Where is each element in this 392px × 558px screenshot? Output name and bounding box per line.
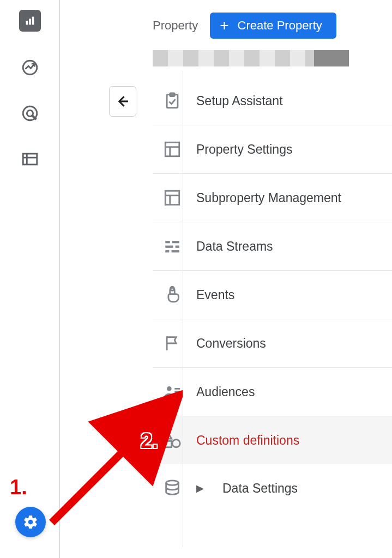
svg-rect-16: [165, 191, 179, 205]
svg-rect-6: [23, 154, 37, 165]
menu-label: Data Streams: [196, 239, 382, 254]
menu-setup-assistant[interactable]: Setup Assistant: [153, 77, 392, 125]
admin-gear-button[interactable]: [15, 507, 46, 537]
create-property-label: Create Property: [238, 19, 322, 33]
property-panel: Property + Create Property Setup Assista…: [60, 0, 392, 558]
menu-events[interactable]: Events: [153, 271, 392, 319]
property-menu: Setup Assistant Property Settings Subpro…: [153, 76, 392, 512]
explore-icon[interactable]: [20, 58, 40, 77]
left-nav-rail: [0, 0, 60, 558]
menu-data-streams[interactable]: Data Streams: [153, 222, 392, 271]
database-icon: [162, 478, 182, 498]
menu-audiences[interactable]: Audiences: [153, 368, 392, 416]
property-name-redacted: [153, 50, 343, 66]
create-property-button[interactable]: + Create Property: [210, 13, 336, 39]
audience-icon: [162, 382, 182, 402]
column-divider: [183, 71, 183, 547]
menu-subproperty-management[interactable]: Subproperty Management: [153, 174, 392, 222]
svg-rect-19: [165, 241, 170, 243]
menu-label: Setup Assistant: [196, 94, 382, 108]
plus-icon: +: [220, 18, 228, 33]
svg-rect-2: [32, 17, 34, 25]
collapse-panel-button[interactable]: [109, 86, 136, 117]
layout-icon: [162, 188, 182, 208]
svg-rect-24: [172, 250, 179, 252]
menu-conversions[interactable]: Conversions: [153, 319, 392, 368]
svg-rect-32: [165, 441, 171, 447]
menu-label: Events: [196, 288, 382, 302]
svg-rect-13: [165, 142, 179, 156]
svg-point-27: [167, 386, 172, 391]
menu-label: Data Settings: [222, 481, 382, 496]
menu-custom-definitions[interactable]: Custom definitions: [153, 416, 392, 464]
clipboard-check-icon: [162, 91, 182, 111]
svg-rect-23: [165, 250, 169, 252]
layout-icon: [162, 140, 182, 159]
touch-icon: [162, 285, 182, 305]
menu-label: Custom definitions: [196, 433, 382, 448]
menu-property-settings[interactable]: Property Settings: [153, 125, 392, 174]
stream-icon: [162, 236, 182, 256]
svg-point-33: [172, 440, 180, 447]
menu-label: Conversions: [196, 336, 382, 351]
configure-icon[interactable]: [20, 149, 40, 169]
svg-point-34: [166, 481, 179, 486]
menu-label: Subproperty Management: [196, 191, 382, 205]
flag-icon: [162, 333, 182, 353]
svg-marker-31: [165, 433, 171, 439]
advertising-icon[interactable]: [20, 104, 40, 123]
expand-caret-icon: ▶: [196, 482, 204, 494]
shapes-icon: [162, 430, 182, 450]
menu-data-settings[interactable]: ▶ Data Settings: [153, 464, 392, 512]
svg-rect-20: [172, 241, 179, 243]
svg-rect-0: [26, 21, 28, 25]
svg-rect-21: [165, 246, 173, 248]
svg-rect-22: [176, 246, 179, 248]
section-label: Property: [153, 19, 198, 33]
menu-label: Property Settings: [196, 142, 382, 157]
menu-label: Audiences: [196, 385, 382, 399]
svg-rect-1: [29, 19, 31, 25]
reports-icon[interactable]: [19, 10, 41, 32]
